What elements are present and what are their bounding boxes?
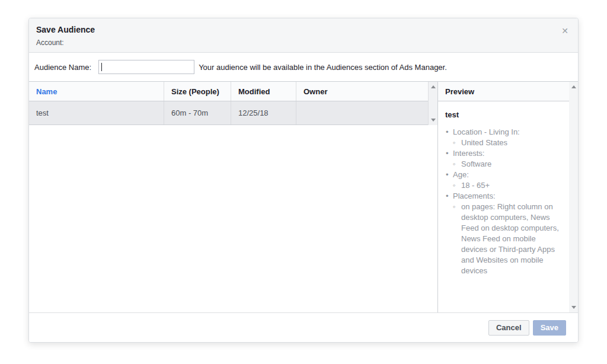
scroll-down-icon[interactable] [571, 306, 576, 309]
cell-modified: 12/25/18 [231, 101, 296, 124]
preview-scrollbar[interactable] [569, 82, 578, 312]
preview-item-value: United States [445, 138, 562, 148]
save-button[interactable]: Save [533, 320, 566, 336]
table-row[interactable]: test 60m - 70m 12/25/18 [29, 101, 437, 125]
column-header-modified[interactable]: Modified [231, 82, 296, 101]
preview-item-label: Interests: [445, 148, 562, 159]
column-header-owner[interactable]: Owner [296, 82, 437, 101]
column-header-size[interactable]: Size (People) [164, 82, 231, 101]
audience-table: Name Size (People) Modified Owner test 6… [29, 82, 437, 312]
scroll-down-icon[interactable] [431, 119, 436, 122]
preview-item-label: Age: [445, 170, 562, 180]
text-caret [101, 63, 102, 71]
preview-detail-list: Location - Living In: United States Inte… [445, 127, 562, 276]
save-audience-dialog: Save Audience Account: ✕ Audience Name: … [28, 18, 579, 343]
cell-size: 60m - 70m [164, 101, 231, 124]
audience-name-row: Audience Name: Your audience will be ava… [29, 53, 578, 82]
column-header-name[interactable]: Name [29, 82, 164, 101]
preview-item-value: 18 - 65+ [445, 180, 562, 191]
preview-audience-title: test [445, 110, 562, 119]
preview-item-value: Software [445, 159, 562, 170]
preview-header: Preview [438, 82, 569, 101]
account-label: Account: [36, 39, 571, 47]
table-header-row: Name Size (People) Modified Owner [29, 82, 437, 101]
dialog-title: Save Audience [36, 25, 571, 34]
preview-item-value: on pages: Right column on desktop comput… [445, 202, 562, 276]
cell-name: test [29, 101, 164, 124]
table-scrollbar[interactable] [428, 82, 437, 125]
cancel-button[interactable]: Cancel [488, 320, 529, 336]
preview-item-label: Placements: [445, 191, 562, 202]
dialog-header: Save Audience Account: ✕ [29, 18, 578, 53]
audience-name-input[interactable] [98, 60, 194, 74]
audience-name-label: Audience Name: [34, 63, 91, 72]
dialog-footer: Cancel Save [29, 312, 578, 342]
preview-content: test Location - Living In: United States… [438, 101, 569, 285]
cell-owner [296, 101, 437, 124]
scroll-up-icon[interactable] [431, 85, 436, 88]
preview-item-label: Location - Living In: [445, 127, 562, 138]
audience-helper-text: Your audience will be available in the A… [199, 63, 447, 72]
preview-panel: Preview test Location - Living In: Unite… [437, 82, 569, 312]
dialog-body: Name Size (People) Modified Owner test 6… [29, 82, 578, 312]
scroll-up-icon[interactable] [571, 85, 576, 88]
close-icon[interactable]: ✕ [561, 25, 568, 37]
